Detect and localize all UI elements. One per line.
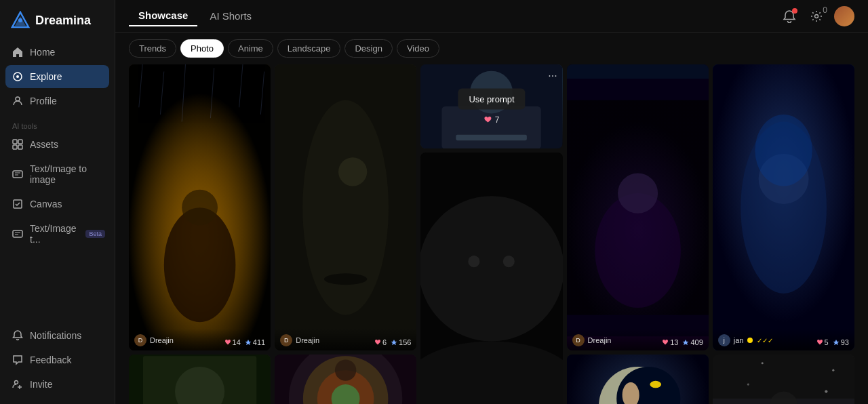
svg-point-59 (503, 256, 515, 267)
sidebar-item-text-image[interactable]: Text/Image to image (5, 157, 109, 191)
sidebar-item-feedback[interactable]: Feedback (5, 348, 109, 371)
image-7-svg (275, 355, 416, 404)
text-image-icon (12, 169, 23, 180)
sidebar-item-explore[interactable]: Explore (5, 65, 109, 88)
settings-gear-icon (810, 10, 823, 22)
image-6-svg (129, 355, 271, 404)
gallery-item-8[interactable] (420, 153, 562, 404)
item-4-stats: 13 409 (662, 338, 703, 346)
sidebar-invite-label: Invite (30, 379, 52, 390)
sidebar-notifications-label: Notifications (30, 330, 81, 341)
item-1-overlay: D Dreajin 14 411 (129, 329, 271, 350)
svg-point-54 (335, 360, 356, 381)
svg-point-72 (832, 369, 834, 371)
item-5-like-count: 5 (825, 338, 829, 346)
logo-text: Dreamina (35, 14, 91, 28)
item-5-likes: 5 (816, 338, 829, 346)
main-nav: Home Explore Profile (0, 41, 115, 113)
svg-point-36 (618, 174, 658, 214)
sidebar-item-canvas[interactable]: Canvas (5, 193, 109, 216)
notification-badge (792, 8, 797, 14)
gallery-item-3[interactable]: ··· Use prompt 7 (420, 64, 562, 148)
sidebar-item-invite[interactable]: Invite (5, 373, 109, 396)
ai-tools-label: AI tools (0, 113, 115, 133)
gallery-item-5[interactable]: j jan ✓✓✓ 5 93 (713, 64, 854, 350)
filter-trends[interactable]: Trends (129, 39, 176, 58)
filter-design[interactable]: Design (344, 39, 392, 58)
text-image-t-icon (12, 228, 23, 239)
item-4-username: Dreajin (588, 336, 612, 344)
filter-bar: Trends Photo Anime Landscape Design Vide… (115, 33, 868, 64)
item-2-username: Dreajin (296, 336, 319, 344)
gallery-grid: D Dreajin 14 411 (129, 64, 854, 404)
sidebar-item-text-image-t-label: Text/Image t... (30, 223, 76, 245)
more-options-btn[interactable]: ··· (548, 70, 557, 82)
filter-video[interactable]: Video (397, 39, 439, 58)
item-1-username: Dreajin (150, 336, 174, 344)
sidebar-item-text-image-t[interactable]: Text/Image t... Beta (5, 217, 109, 251)
use-prompt-overlay: Use prompt 7 (458, 89, 525, 125)
image-5-svg (713, 64, 854, 350)
gallery-item-10[interactable] (713, 355, 854, 404)
item-2-like-count: 6 (382, 338, 387, 346)
user-avatar[interactable] (834, 6, 854, 26)
gallery-item-9[interactable]: G GB 11 164 (567, 355, 709, 404)
svg-point-73 (747, 384, 749, 386)
topbar-tabs: Showcase AI Shorts (129, 5, 261, 26)
feedback-icon (12, 355, 23, 365)
svg-point-43 (755, 115, 812, 186)
svg-point-64 (650, 381, 661, 388)
svg-point-4 (16, 75, 19, 78)
sidebar-item-home-label: Home (30, 47, 55, 58)
notification-icon[interactable] (780, 7, 799, 26)
app-logo[interactable]: Dreamina (0, 8, 115, 41)
filter-photo[interactable]: Photo (180, 39, 224, 58)
boost-icon-2 (391, 339, 397, 346)
svg-rect-37 (567, 64, 709, 79)
svg-point-28 (324, 273, 367, 285)
filter-landscape[interactable]: Landscape (277, 39, 341, 58)
svg-rect-32 (456, 135, 528, 140)
image-4-svg (567, 64, 709, 350)
tab-showcase[interactable]: Showcase (129, 5, 197, 26)
image-2-svg (275, 64, 416, 350)
item-4-like-count: 13 (670, 338, 678, 346)
item-2-boost-count: 156 (399, 338, 411, 346)
item-5-overlay: j jan ✓✓✓ 5 93 (713, 329, 854, 350)
sidebar: Dreamina Home Explore Profile AI tools (0, 0, 115, 404)
settings-icon[interactable]: 0 (807, 7, 826, 26)
main-content: Showcase AI Shorts 0 Trends P (115, 0, 868, 404)
gallery-item-6[interactable] (129, 355, 271, 404)
item-4-boosts: 409 (682, 338, 703, 346)
svg-rect-6 (13, 140, 17, 144)
sidebar-item-profile[interactable]: Profile (5, 89, 109, 113)
item-5-stats: 5 93 (816, 338, 849, 346)
item-2-avatar: D (280, 334, 292, 346)
filter-anime[interactable]: Anime (228, 39, 273, 58)
item-2-user: D Dreajin (280, 334, 319, 346)
sidebar-item-text-image-label: Text/Image to image (30, 163, 102, 185)
gallery-item-7[interactable] (275, 355, 416, 404)
item-2-stats: 6 156 (374, 338, 411, 346)
canvas-icon (12, 199, 23, 209)
boost-icon (245, 339, 252, 346)
sidebar-item-assets[interactable]: Assets (5, 133, 109, 156)
heart-icon-3 (484, 116, 492, 124)
gallery-item-1[interactable]: D Dreajin 14 411 (129, 64, 271, 350)
gallery-item-2[interactable]: D Dreajin 6 156 (275, 64, 416, 350)
item-1-avatar: D (134, 334, 146, 346)
svg-point-74 (825, 390, 827, 393)
tab-ai-shorts[interactable]: AI Shorts (200, 5, 261, 26)
item-5-user: j jan ✓✓✓ (718, 334, 774, 346)
gallery-item-4[interactable]: D Dreajin 13 409 (567, 64, 709, 350)
svg-point-57 (420, 341, 562, 404)
sidebar-bottom: Notifications Feedback Invite (0, 324, 115, 396)
sidebar-item-notifications[interactable]: Notifications (5, 324, 109, 347)
use-prompt-button[interactable]: Use prompt (458, 89, 525, 110)
item-5-boosts: 93 (833, 338, 849, 346)
item-1-like-count: 14 (233, 338, 241, 346)
sidebar-item-home[interactable]: Home (5, 41, 109, 64)
topbar: Showcase AI Shorts 0 (115, 0, 868, 33)
svg-rect-9 (18, 145, 22, 149)
bell-icon (12, 330, 23, 341)
